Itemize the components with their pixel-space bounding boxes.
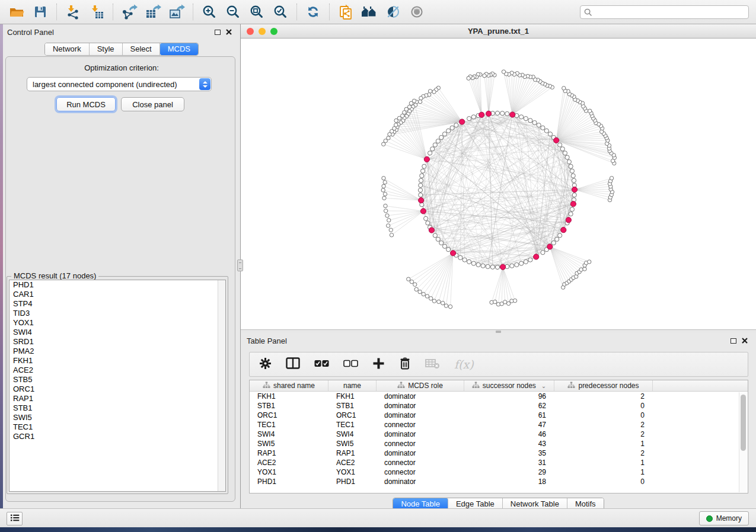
select-all-rows-button[interactable] — [314, 359, 329, 370]
ring-node[interactable] — [563, 151, 567, 155]
ring-node[interactable] — [541, 126, 545, 130]
ring-node[interactable] — [555, 237, 559, 241]
ring-node[interactable] — [528, 258, 532, 262]
ring-node[interactable] — [495, 265, 499, 269]
export-network-button[interactable] — [117, 2, 141, 22]
ring-node[interactable] — [467, 117, 471, 121]
sort-chevron-icon[interactable]: ⌄ — [541, 383, 546, 389]
ring-node[interactable] — [490, 265, 495, 269]
ring-node[interactable] — [524, 117, 528, 121]
ring-node[interactable] — [446, 248, 451, 252]
ring-node[interactable] — [420, 174, 424, 178]
mcds-hub-node[interactable] — [420, 209, 426, 214]
leaf-node[interactable] — [381, 188, 385, 192]
leaf-node[interactable] — [432, 90, 436, 94]
leaf-node[interactable] — [382, 196, 386, 200]
mcds-result-item[interactable]: TID3 — [9, 309, 225, 318]
tab-mcds[interactable]: MCDS — [160, 43, 198, 55]
mcds-hub-node[interactable] — [561, 227, 566, 233]
ring-node[interactable] — [532, 120, 537, 124]
ring-node[interactable] — [541, 251, 545, 255]
mcds-result-scrollbar[interactable] — [218, 280, 225, 491]
ring-node[interactable] — [458, 255, 462, 259]
leaf-node[interactable] — [388, 133, 391, 136]
leaf-node[interactable] — [394, 118, 398, 122]
column-header-name[interactable]: name — [328, 380, 377, 391]
ring-node[interactable] — [558, 233, 562, 238]
mcds-result-item[interactable]: ORC1 — [9, 384, 225, 394]
ring-node[interactable] — [569, 164, 573, 168]
delete-column-button[interactable] — [399, 357, 411, 372]
show-columns-button[interactable] — [286, 357, 300, 371]
mcds-hub-node[interactable] — [534, 254, 539, 259]
leaf-node[interactable] — [588, 260, 591, 264]
ring-node[interactable] — [433, 233, 437, 238]
mcds-result-item[interactable]: PMA2 — [9, 347, 225, 356]
table-settings-button[interactable] — [259, 357, 272, 372]
leaf-node[interactable] — [390, 233, 393, 237]
ring-node[interactable] — [419, 183, 423, 187]
ring-node[interactable] — [565, 155, 569, 159]
table-row[interactable]: TEC1TEC1connector472 — [250, 420, 748, 430]
mcds-hub-node[interactable] — [570, 201, 576, 207]
mcds-hub-node[interactable] — [450, 251, 455, 256]
export-image-button[interactable] — [165, 2, 189, 22]
network-canvas[interactable] — [241, 39, 756, 329]
leaf-node[interactable] — [441, 301, 445, 305]
leaf-node[interactable] — [382, 177, 385, 180]
save-session-button[interactable] — [28, 2, 52, 22]
ring-node[interactable] — [567, 160, 571, 164]
ring-node[interactable] — [436, 139, 440, 143]
leaf-node[interactable] — [562, 86, 566, 90]
mcds-result-item[interactable]: PHD1 — [9, 280, 225, 290]
column-header-successor-nodes[interactable]: successor nodes⌄ — [464, 380, 554, 391]
tab-select[interactable]: Select — [123, 43, 160, 55]
leaf-node[interactable] — [444, 304, 448, 307]
ring-node[interactable] — [471, 115, 476, 119]
ring-node[interactable] — [442, 132, 446, 136]
ring-node[interactable] — [486, 264, 490, 268]
mcds-hub-node[interactable] — [510, 112, 515, 117]
leaf-node[interactable] — [385, 214, 389, 217]
ring-node[interactable] — [442, 244, 446, 248]
ring-node[interactable] — [519, 115, 524, 119]
table-row[interactable]: PHD1PHD1dominator180 — [250, 477, 748, 486]
leaf-node[interactable] — [382, 184, 385, 188]
mcds-result-item[interactable]: STB1 — [9, 403, 225, 413]
mcds-hub-node[interactable] — [460, 119, 465, 124]
mcds-result-item[interactable]: SRD1 — [9, 337, 225, 347]
show-hide-annotations-button[interactable] — [405, 2, 429, 22]
add-column-button[interactable] — [372, 357, 385, 372]
table-scrollbar[interactable] — [739, 392, 747, 492]
ring-node[interactable] — [433, 143, 437, 147]
open-session-button[interactable] — [5, 2, 28, 22]
mcds-result-item[interactable]: TEC1 — [9, 422, 225, 432]
ring-node[interactable] — [450, 126, 454, 130]
mcds-result-item[interactable]: STB5 — [9, 375, 225, 384]
toggle-graphics-details-button[interactable] — [381, 2, 405, 22]
mcds-result-item[interactable]: GCR1 — [9, 432, 225, 441]
ring-node[interactable] — [570, 207, 574, 211]
leaf-node[interactable] — [407, 277, 410, 281]
close-panel-button[interactable]: Close panel — [121, 97, 184, 111]
table-row[interactable]: SWI4SWI4dominator462 — [250, 430, 748, 439]
column-header-mcds-role[interactable]: MCDS role — [377, 380, 464, 391]
leaf-node[interactable] — [409, 101, 413, 105]
ring-node[interactable] — [428, 151, 432, 155]
mcds-hub-node[interactable] — [572, 187, 577, 192]
ring-node[interactable] — [471, 261, 476, 265]
search-input[interactable] — [580, 5, 749, 19]
mcds-hub-node[interactable] — [554, 137, 559, 143]
mcds-result-item[interactable]: YOX1 — [9, 318, 225, 328]
ring-node[interactable] — [528, 118, 532, 123]
function-builder-button[interactable]: f(x) — [454, 358, 474, 371]
mcds-hub-node[interactable] — [419, 198, 424, 203]
home-button[interactable] — [358, 2, 381, 22]
leaf-node[interactable] — [429, 297, 432, 300]
delete-table-button[interactable] — [425, 358, 440, 371]
leaf-node[interactable] — [588, 109, 592, 113]
ring-node[interactable] — [505, 111, 509, 116]
mcds-result-item[interactable]: SWI4 — [9, 328, 225, 337]
mcds-hub-node[interactable] — [479, 112, 484, 117]
ring-node[interactable] — [569, 212, 573, 216]
